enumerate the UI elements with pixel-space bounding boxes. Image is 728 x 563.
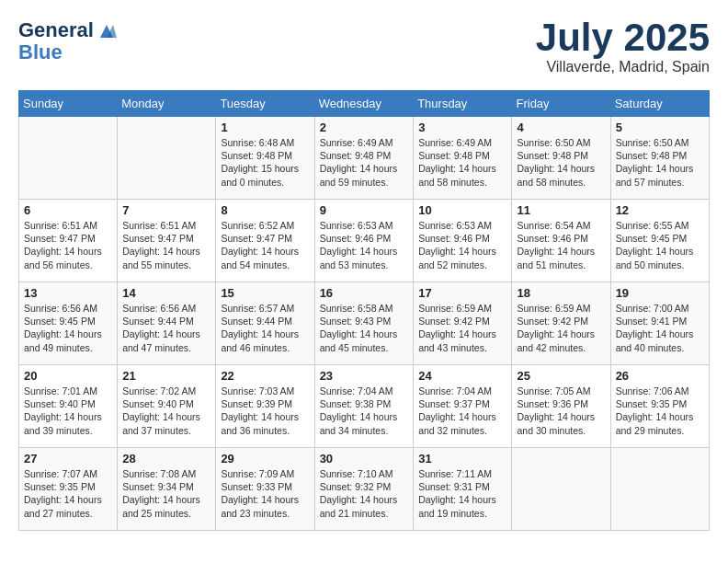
- weekday-header-row: SundayMondayTuesdayWednesdayThursdayFrid…: [19, 91, 710, 117]
- day-content: Sunrise: 7:06 AMSunset: 9:35 PMDaylight:…: [616, 385, 704, 437]
- day-number: 14: [122, 286, 210, 300]
- day-content: Sunrise: 6:50 AMSunset: 9:48 PMDaylight:…: [616, 136, 704, 189]
- day-cell: 31Sunrise: 7:11 AMSunset: 9:31 PMDayligh…: [414, 448, 512, 531]
- day-cell: 14Sunrise: 6:56 AMSunset: 9:44 PMDayligh…: [118, 282, 216, 365]
- day-cell: 10Sunrise: 6:53 AMSunset: 9:46 PMDayligh…: [414, 200, 512, 282]
- day-content: Sunrise: 7:04 AMSunset: 9:37 PMDaylight:…: [418, 385, 506, 437]
- day-cell: 12Sunrise: 6:55 AMSunset: 9:45 PMDayligh…: [610, 200, 709, 282]
- weekday-saturday: Saturday: [610, 91, 709, 117]
- day-number: 9: [320, 203, 409, 217]
- day-number: 10: [418, 203, 506, 217]
- day-cell: 6Sunrise: 6:51 AMSunset: 9:47 PMDaylight…: [19, 200, 118, 282]
- day-content: Sunrise: 6:49 AMSunset: 9:48 PMDaylight:…: [418, 136, 506, 189]
- day-cell: 16Sunrise: 6:58 AMSunset: 9:43 PMDayligh…: [314, 282, 414, 365]
- day-content: Sunrise: 6:49 AMSunset: 9:48 PMDaylight:…: [320, 136, 409, 189]
- day-content: Sunrise: 6:56 AMSunset: 9:45 PMDaylight:…: [24, 302, 112, 354]
- month-title: July 2025: [536, 18, 710, 57]
- day-number: 24: [418, 369, 506, 383]
- day-number: 4: [517, 121, 605, 134]
- day-cell: 17Sunrise: 6:59 AMSunset: 9:42 PMDayligh…: [414, 282, 512, 365]
- day-cell: 30Sunrise: 7:10 AMSunset: 9:32 PMDayligh…: [314, 448, 414, 531]
- day-cell: 28Sunrise: 7:08 AMSunset: 9:34 PMDayligh…: [118, 448, 216, 531]
- day-number: 7: [122, 203, 210, 217]
- day-number: 27: [24, 452, 112, 465]
- logo-icon: [97, 21, 117, 41]
- day-content: Sunrise: 7:09 AMSunset: 9:33 PMDaylight:…: [221, 467, 309, 520]
- day-cell: [610, 448, 709, 531]
- title-block: July 2025 Villaverde, Madrid, Spain: [536, 18, 710, 75]
- day-cell: 20Sunrise: 7:01 AMSunset: 9:40 PMDayligh…: [19, 365, 118, 448]
- day-cell: 15Sunrise: 6:57 AMSunset: 9:44 PMDayligh…: [216, 282, 314, 365]
- day-cell: [118, 117, 216, 200]
- day-cell: 23Sunrise: 7:04 AMSunset: 9:38 PMDayligh…: [314, 365, 414, 448]
- day-number: 29: [221, 452, 309, 465]
- day-cell: 25Sunrise: 7:05 AMSunset: 9:36 PMDayligh…: [512, 365, 610, 448]
- page-header: General Blue July 2025 Villaverde, Madri…: [18, 18, 710, 75]
- day-number: 12: [616, 203, 704, 217]
- weekday-wednesday: Wednesday: [314, 91, 414, 117]
- day-content: Sunrise: 6:56 AMSunset: 9:44 PMDaylight:…: [122, 302, 210, 354]
- day-cell: 19Sunrise: 7:00 AMSunset: 9:41 PMDayligh…: [610, 282, 709, 365]
- day-number: 23: [320, 369, 409, 383]
- day-cell: 18Sunrise: 6:59 AMSunset: 9:42 PMDayligh…: [512, 282, 610, 365]
- day-number: 11: [517, 203, 605, 217]
- day-cell: 29Sunrise: 7:09 AMSunset: 9:33 PMDayligh…: [216, 448, 314, 531]
- weekday-friday: Friday: [512, 91, 610, 117]
- day-content: Sunrise: 7:04 AMSunset: 9:38 PMDaylight:…: [320, 385, 409, 437]
- day-number: 21: [122, 369, 210, 383]
- weekday-thursday: Thursday: [414, 91, 512, 117]
- day-content: Sunrise: 6:55 AMSunset: 9:45 PMDaylight:…: [616, 219, 704, 271]
- day-content: Sunrise: 7:02 AMSunset: 9:40 PMDaylight:…: [122, 385, 210, 437]
- logo: General Blue: [18, 18, 117, 63]
- day-content: Sunrise: 6:52 AMSunset: 9:47 PMDaylight:…: [221, 219, 309, 271]
- week-row-5: 27Sunrise: 7:07 AMSunset: 9:35 PMDayligh…: [19, 448, 710, 531]
- calendar-table: SundayMondayTuesdayWednesdayThursdayFrid…: [18, 90, 710, 531]
- day-number: 28: [122, 452, 210, 465]
- day-content: Sunrise: 7:05 AMSunset: 9:36 PMDaylight:…: [517, 385, 605, 437]
- day-content: Sunrise: 6:54 AMSunset: 9:46 PMDaylight:…: [517, 219, 605, 271]
- day-number: 22: [221, 369, 309, 383]
- calendar-body: 1Sunrise: 6:48 AMSunset: 9:48 PMDaylight…: [19, 117, 710, 531]
- day-cell: 5Sunrise: 6:50 AMSunset: 9:48 PMDaylight…: [610, 117, 709, 200]
- day-number: 18: [517, 286, 605, 300]
- day-number: 20: [24, 369, 112, 383]
- weekday-sunday: Sunday: [19, 91, 118, 117]
- week-row-2: 6Sunrise: 6:51 AMSunset: 9:47 PMDaylight…: [19, 200, 710, 282]
- day-content: Sunrise: 6:51 AMSunset: 9:47 PMDaylight:…: [24, 219, 112, 271]
- day-content: Sunrise: 7:11 AMSunset: 9:31 PMDaylight:…: [418, 467, 506, 520]
- day-number: 6: [24, 203, 112, 217]
- day-content: Sunrise: 7:07 AMSunset: 9:35 PMDaylight:…: [24, 467, 112, 520]
- day-number: 13: [24, 286, 112, 300]
- day-number: 31: [418, 452, 506, 465]
- day-cell: 7Sunrise: 6:51 AMSunset: 9:47 PMDaylight…: [118, 200, 216, 282]
- day-cell: [19, 117, 118, 200]
- logo-blue: Blue: [18, 41, 117, 63]
- day-number: 25: [517, 369, 605, 383]
- day-cell: 13Sunrise: 6:56 AMSunset: 9:45 PMDayligh…: [19, 282, 118, 365]
- day-content: Sunrise: 7:03 AMSunset: 9:39 PMDaylight:…: [221, 385, 309, 437]
- day-cell: 11Sunrise: 6:54 AMSunset: 9:46 PMDayligh…: [512, 200, 610, 282]
- day-content: Sunrise: 6:50 AMSunset: 9:48 PMDaylight:…: [517, 136, 605, 189]
- day-content: Sunrise: 6:58 AMSunset: 9:43 PMDaylight:…: [320, 302, 409, 354]
- day-content: Sunrise: 7:00 AMSunset: 9:41 PMDaylight:…: [616, 302, 704, 354]
- day-cell: 9Sunrise: 6:53 AMSunset: 9:46 PMDaylight…: [314, 200, 414, 282]
- day-cell: 21Sunrise: 7:02 AMSunset: 9:40 PMDayligh…: [118, 365, 216, 448]
- day-content: Sunrise: 6:48 AMSunset: 9:48 PMDaylight:…: [221, 136, 309, 189]
- day-cell: 3Sunrise: 6:49 AMSunset: 9:48 PMDaylight…: [414, 117, 512, 200]
- day-cell: 1Sunrise: 6:48 AMSunset: 9:48 PMDaylight…: [216, 117, 314, 200]
- day-cell: 26Sunrise: 7:06 AMSunset: 9:35 PMDayligh…: [610, 365, 709, 448]
- day-number: 16: [320, 286, 409, 300]
- day-number: 8: [221, 203, 309, 217]
- day-content: Sunrise: 7:01 AMSunset: 9:40 PMDaylight:…: [24, 385, 112, 437]
- weekday-tuesday: Tuesday: [216, 91, 314, 117]
- day-number: 17: [418, 286, 506, 300]
- day-cell: 8Sunrise: 6:52 AMSunset: 9:47 PMDaylight…: [216, 200, 314, 282]
- week-row-1: 1Sunrise: 6:48 AMSunset: 9:48 PMDaylight…: [19, 117, 710, 200]
- day-number: 15: [221, 286, 309, 300]
- day-number: 1: [221, 121, 309, 134]
- week-row-4: 20Sunrise: 7:01 AMSunset: 9:40 PMDayligh…: [19, 365, 710, 448]
- day-content: Sunrise: 6:53 AMSunset: 9:46 PMDaylight:…: [320, 219, 409, 271]
- day-cell: 27Sunrise: 7:07 AMSunset: 9:35 PMDayligh…: [19, 448, 118, 531]
- logo-text: General: [18, 18, 117, 41]
- day-cell: 22Sunrise: 7:03 AMSunset: 9:39 PMDayligh…: [216, 365, 314, 448]
